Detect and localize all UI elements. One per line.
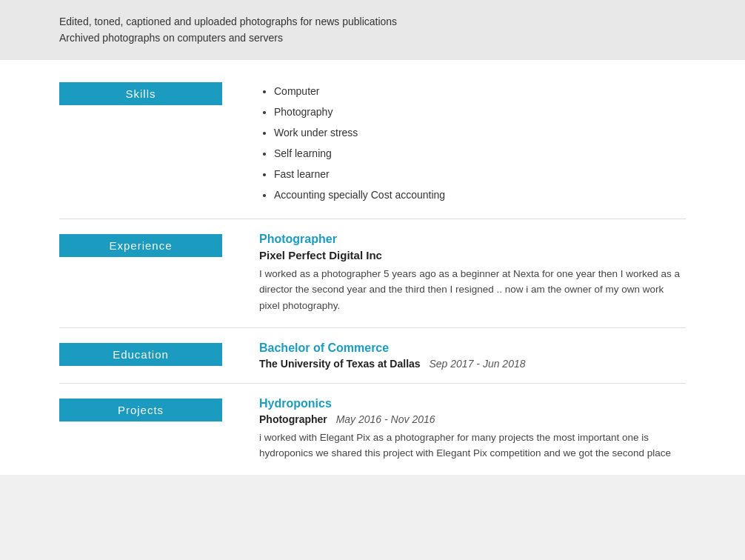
education-content: Bachelor of Commerce The University of T… [259, 341, 686, 370]
skill-item: Photography [274, 101, 686, 122]
skill-item: Accounting specially Cost accounting [274, 184, 686, 205]
project-role: Photographer [259, 413, 327, 425]
project-dates: May 2016 - Nov 2016 [336, 413, 435, 425]
education-section: Education Bachelor of Commerce The Unive… [0, 328, 745, 383]
skills-content: Computer Photography Work under stress S… [259, 81, 686, 205]
project-description: i worked with Elegant Pix as a photograp… [259, 430, 686, 461]
experience-label: Experience [59, 234, 222, 257]
top-line2: Archived photographs on computers and se… [59, 30, 686, 46]
projects-content: Hydroponics Photographer May 2016 - Nov … [259, 397, 686, 461]
skill-item: Fast learner [274, 164, 686, 184]
skill-item: Computer [274, 81, 686, 101]
top-line1: Edited, toned, captioned and uploaded ph… [59, 13, 686, 30]
job-title: Photographer [259, 233, 686, 246]
skills-list: Computer Photography Work under stress S… [259, 81, 686, 205]
top-section: Edited, toned, captioned and uploaded ph… [0, 0, 745, 60]
experience-content: Photographer Pixel Perfect Digital Inc I… [259, 233, 686, 314]
skills-label: Skills [59, 82, 222, 105]
projects-section: Projects Hydroponics Photographer May 20… [0, 384, 745, 475]
education-label: Education [59, 343, 222, 366]
experience-description: I worked as a photographer 5 years ago a… [259, 266, 686, 314]
resume-page: Edited, toned, captioned and uploaded ph… [0, 0, 745, 475]
skills-section: Skills Computer Photography Work under s… [0, 67, 745, 219]
company-name: Pixel Perfect Digital Inc [259, 249, 686, 261]
university-row: The University of Texas at Dallas Sep 20… [259, 358, 686, 370]
project-title: Hydroponics [259, 397, 686, 410]
skill-item: Work under stress [274, 122, 686, 143]
education-dates: Sep 2017 - Jun 2018 [430, 358, 526, 370]
project-role-row: Photographer May 2016 - Nov 2016 [259, 413, 686, 425]
skill-item: Self learning [274, 143, 686, 164]
experience-section: Experience Photographer Pixel Perfect Di… [0, 219, 745, 327]
degree-title: Bachelor of Commerce [259, 341, 686, 355]
university-name: The University of Texas at Dallas [259, 358, 421, 370]
projects-label: Projects [59, 399, 222, 421]
